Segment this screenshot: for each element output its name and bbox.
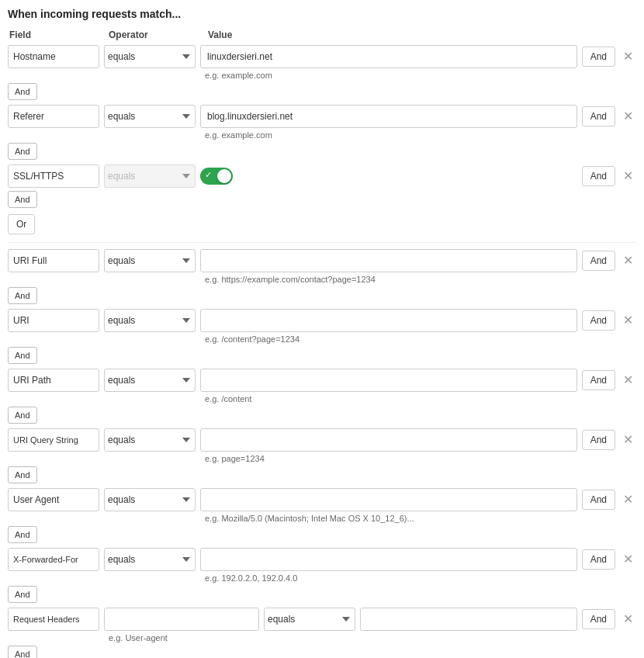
sub-and-x-forwarded[interactable]: And <box>8 586 37 603</box>
sub-and-user-agent[interactable]: And <box>8 526 37 543</box>
sub-and-uri-query[interactable]: And <box>8 466 37 483</box>
and-button-uri[interactable]: And <box>582 310 615 331</box>
field-uri-query <box>8 428 99 452</box>
sub-and-hostname[interactable]: And <box>8 83 37 100</box>
field-x-forwarded <box>8 548 99 571</box>
field-referer <box>8 105 99 128</box>
field-user-agent <box>8 488 99 511</box>
field-uri <box>8 309 99 332</box>
field-uri-full <box>8 249 99 272</box>
hint-x-forwarded: e.g. 192.0.2.0, 192.0.4.0 <box>205 573 636 583</box>
close-x-forwarded[interactable]: ✕ <box>620 553 636 566</box>
operator-request-headers[interactable]: equals <box>264 608 355 631</box>
hint-uri: e.g. /content?page=1234 <box>205 334 636 344</box>
and-button-hostname[interactable]: And <box>582 47 615 67</box>
and-button-uri-path[interactable]: And <box>582 370 615 390</box>
value-uri[interactable] <box>200 309 577 332</box>
value-label: Value <box>208 29 232 40</box>
and-button-uri-query[interactable]: And <box>582 430 615 450</box>
operator-uri-full[interactable]: equals <box>104 249 196 272</box>
hint-user-agent: e.g. Mozilla/5.0 (Macintosh; Intel Mac O… <box>205 514 636 523</box>
rule-hostname: equals And ✕ e.g. example.com And <box>8 45 636 100</box>
value-uri-full[interactable] <box>200 249 577 272</box>
close-uri-query[interactable]: ✕ <box>620 434 636 446</box>
field-request-headers-extra[interactable] <box>104 608 259 631</box>
sub-and-request-headers[interactable]: And <box>8 646 37 658</box>
operator-uri-query[interactable]: equals <box>104 428 196 452</box>
rule-x-forwarded: equals And ✕ e.g. 192.0.2.0, 192.0.4.0 A… <box>8 548 636 603</box>
operator-hostname[interactable]: equals <box>104 45 196 68</box>
operator-referer[interactable]: equals <box>104 105 196 128</box>
sub-and-referer[interactable]: And <box>8 143 37 160</box>
sub-and-ssl[interactable]: And <box>8 191 37 208</box>
operator-x-forwarded[interactable]: equals <box>104 548 196 571</box>
rule-user-agent: equals And ✕ e.g. Mozilla/5.0 (Macintosh… <box>8 488 636 543</box>
close-referer[interactable]: ✕ <box>620 110 636 123</box>
sub-and-uri-path[interactable]: And <box>8 407 37 424</box>
field-ssl <box>8 164 99 188</box>
value-uri-query[interactable] <box>200 428 577 452</box>
and-button-user-agent[interactable]: And <box>582 490 615 510</box>
rule-uri-full: equals And ✕ e.g. https://example.com/co… <box>8 249 636 304</box>
rule-referer: equals And ✕ e.g. example.com And <box>8 105 636 160</box>
field-request-headers <box>8 608 99 631</box>
value-hostname[interactable] <box>200 45 577 68</box>
and-button-ssl[interactable]: And <box>582 166 615 186</box>
operator-uri-path[interactable]: equals <box>104 369 196 392</box>
rule-uri: equals And ✕ e.g. /content?page=1234 And <box>8 309 636 364</box>
value-request-headers[interactable] <box>360 608 577 631</box>
close-uri-full[interactable]: ✕ <box>620 255 636 267</box>
close-user-agent[interactable]: ✕ <box>620 494 636 506</box>
value-uri-path[interactable] <box>200 369 577 392</box>
operator-ssl: equals <box>104 164 196 188</box>
hint-request-headers: e.g. User-agent <box>109 633 636 642</box>
operator-user-agent[interactable]: equals <box>104 488 196 511</box>
field-label: Field <box>9 29 102 40</box>
and-button-x-forwarded[interactable]: And <box>582 549 615 570</box>
operator-label: Operator <box>109 29 202 40</box>
sub-and-uri[interactable]: And <box>8 347 37 364</box>
section-divider <box>8 242 636 243</box>
and-button-uri-full[interactable]: And <box>582 251 615 271</box>
field-hostname <box>8 45 99 68</box>
rule-request-headers: equals And ✕ e.g. User-agent And <box>8 608 636 658</box>
rule-uri-query: equals And ✕ e.g. page=1234 And <box>8 428 636 483</box>
hint-uri-path: e.g. /content <box>205 394 636 403</box>
value-referer[interactable] <box>200 105 577 128</box>
page-title: When incoming requests match... <box>8 8 636 20</box>
field-uri-path <box>8 369 99 392</box>
toggle-ssl[interactable]: ✓ <box>200 168 233 185</box>
close-uri-path[interactable]: ✕ <box>620 374 636 386</box>
and-button-request-headers[interactable]: And <box>582 609 615 629</box>
hint-hostname: e.g. example.com <box>205 71 636 80</box>
or-button-main[interactable]: Or <box>8 214 35 234</box>
close-uri[interactable]: ✕ <box>620 314 636 327</box>
value-x-forwarded[interactable] <box>200 548 577 571</box>
hint-uri-query: e.g. page=1234 <box>205 454 636 463</box>
rule-ssl: equals ✓ And ✕ And <box>8 164 636 208</box>
sub-and-uri-full[interactable]: And <box>8 287 37 304</box>
close-request-headers[interactable]: ✕ <box>620 613 636 625</box>
rule-uri-path: equals And ✕ e.g. /content And <box>8 369 636 424</box>
value-user-agent[interactable] <box>200 488 577 511</box>
close-hostname[interactable]: ✕ <box>620 50 636 63</box>
hint-uri-full: e.g. https://example.com/contact?page=12… <box>205 275 636 284</box>
close-ssl[interactable]: ✕ <box>620 170 636 182</box>
hint-referer: e.g. example.com <box>205 130 636 140</box>
operator-uri[interactable]: equals <box>104 309 196 332</box>
and-button-referer[interactable]: And <box>582 106 615 126</box>
